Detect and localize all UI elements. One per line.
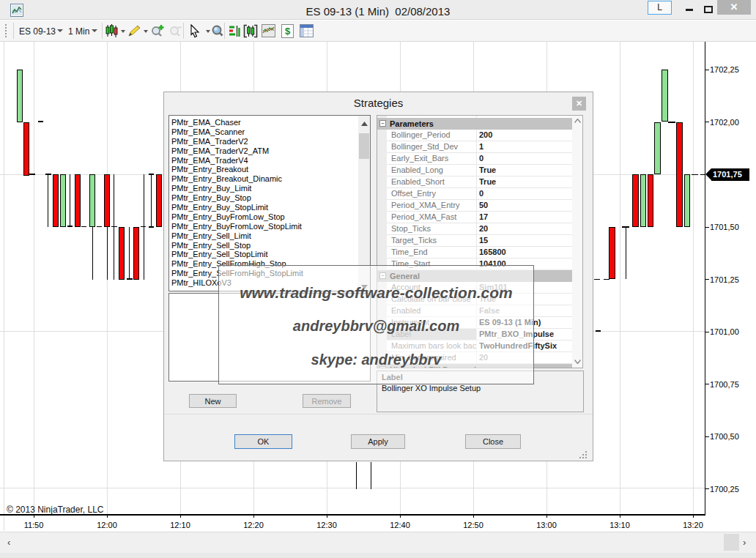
svg-text:$: $ [285, 26, 291, 37]
